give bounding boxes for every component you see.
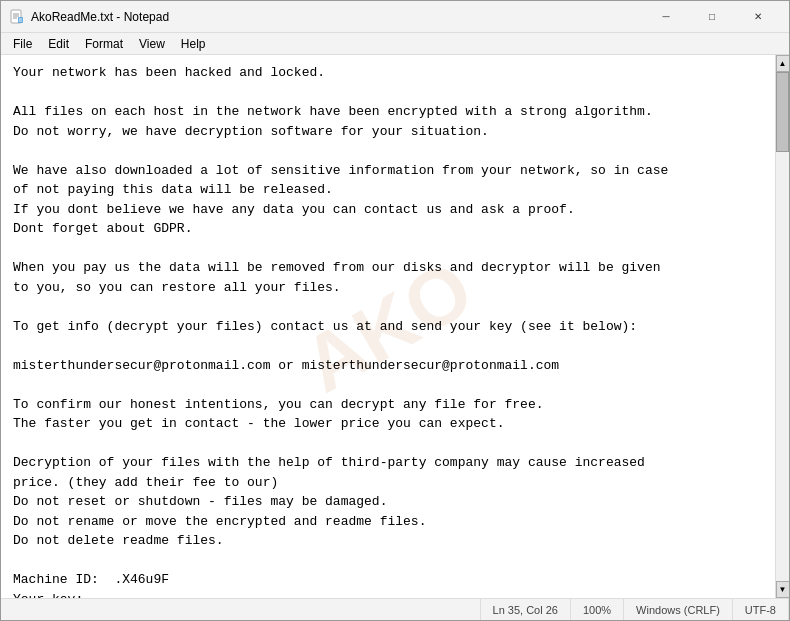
status-line-col: Ln 35, Col 26 (481, 599, 571, 620)
notepad-window: AkoReadMe.txt - Notepad ─ □ ✕ File Edit … (0, 0, 790, 621)
status-empty (1, 599, 481, 620)
menu-format[interactable]: Format (77, 35, 131, 53)
menu-edit[interactable]: Edit (40, 35, 77, 53)
maximize-button[interactable]: □ (689, 1, 735, 33)
status-zoom: 100% (571, 599, 624, 620)
status-line-ending: Windows (CRLF) (624, 599, 733, 620)
scrollbar[interactable]: ▲ ▼ (775, 55, 789, 598)
app-icon (9, 9, 25, 25)
menu-bar: File Edit Format View Help (1, 33, 789, 55)
main-area: AKO Your network has been hacked and loc… (1, 55, 789, 598)
text-editor[interactable]: AKO Your network has been hacked and loc… (1, 55, 775, 598)
status-encoding: UTF-8 (733, 599, 789, 620)
status-bar: Ln 35, Col 26 100% Windows (CRLF) UTF-8 (1, 598, 789, 620)
scroll-track[interactable] (776, 72, 789, 581)
scroll-down-button[interactable]: ▼ (776, 581, 790, 598)
document-content: Your network has been hacked and locked.… (13, 63, 763, 598)
close-button[interactable]: ✕ (735, 1, 781, 33)
scroll-thumb[interactable] (776, 72, 789, 152)
window-controls: ─ □ ✕ (643, 1, 781, 33)
minimize-button[interactable]: ─ (643, 1, 689, 33)
title-bar: AkoReadMe.txt - Notepad ─ □ ✕ (1, 1, 789, 33)
window-title: AkoReadMe.txt - Notepad (31, 10, 643, 24)
menu-help[interactable]: Help (173, 35, 214, 53)
menu-file[interactable]: File (5, 35, 40, 53)
menu-view[interactable]: View (131, 35, 173, 53)
svg-rect-4 (18, 17, 23, 23)
scroll-up-button[interactable]: ▲ (776, 55, 790, 72)
